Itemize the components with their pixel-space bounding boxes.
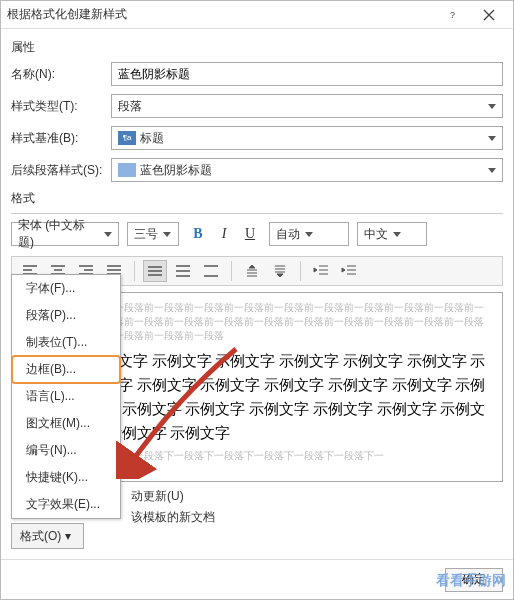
menu-language[interactable]: 语言(L)... — [12, 383, 120, 410]
divider — [11, 213, 503, 214]
language-value: 中文 — [364, 226, 388, 243]
base-label: 样式基准(B): — [11, 130, 111, 147]
style-base-value: 标题 — [140, 130, 164, 147]
style-chip-icon: ¶a — [118, 131, 136, 145]
follow-style-value: 蓝色阴影标题 — [140, 162, 212, 179]
separator — [134, 261, 135, 281]
menu-font[interactable]: 字体(F)... — [12, 275, 120, 302]
type-label: 样式类型(T): — [11, 98, 111, 115]
linespace-2-button[interactable] — [199, 260, 223, 282]
menu-paragraph[interactable]: 段落(P)... — [12, 302, 120, 329]
close-button[interactable] — [471, 3, 507, 27]
row-style-type: 样式类型(T): 段落 — [11, 94, 503, 118]
menu-tabs[interactable]: 制表位(T)... — [12, 329, 120, 356]
menu-numbering[interactable]: 编号(N)... — [12, 437, 120, 464]
space-before-inc-button[interactable] — [240, 260, 264, 282]
menu-shortcut[interactable]: 快捷键(K)... — [12, 464, 120, 491]
chevron-down-icon — [305, 232, 313, 237]
chevron-down-icon — [488, 168, 496, 173]
font-toolbar: 宋体 (中文标题) 三号 B I U 自动 中文 — [11, 222, 503, 246]
font-family-combo[interactable]: 宋体 (中文标题) — [11, 222, 119, 246]
font-family-value: 宋体 (中文标题) — [18, 217, 99, 251]
dialog-create-style: 根据格式化创建新样式 ? 属性 名称(N): 样式类型(T): 段落 样式基准(… — [0, 0, 514, 600]
menu-frame[interactable]: 图文框(M)... — [12, 410, 120, 437]
italic-button[interactable]: I — [213, 223, 235, 245]
bold-button[interactable]: B — [187, 223, 209, 245]
chevron-down-icon — [104, 232, 112, 237]
titlebar: 根据格式化创建新样式 ? — [1, 1, 513, 29]
font-size-value: 三号 — [134, 226, 158, 243]
underline-button[interactable]: U — [239, 223, 261, 245]
font-size-combo[interactable]: 三号 — [127, 222, 179, 246]
language-combo[interactable]: 中文 — [357, 222, 427, 246]
name-label: 名称(N): — [11, 66, 111, 83]
menu-border[interactable]: 边框(B)... — [12, 356, 120, 383]
chevron-down-icon — [393, 232, 401, 237]
follow-style-combo[interactable]: 蓝色阴影标题 — [111, 158, 503, 182]
chevron-down-icon — [488, 136, 496, 141]
row-style-base: 样式基准(B): ¶a 标题 — [11, 126, 503, 150]
row-name: 名称(N): — [11, 62, 503, 86]
separator — [231, 261, 232, 281]
format-dropdown-button[interactable]: 格式(O) ▾ — [11, 523, 84, 549]
linespace-1-button[interactable] — [143, 260, 167, 282]
svg-text:?: ? — [450, 10, 455, 20]
follow-label: 后续段落样式(S): — [11, 162, 111, 179]
indent-dec-button[interactable] — [309, 260, 333, 282]
dialog-title: 根据格式化创建新样式 — [7, 6, 435, 23]
font-color-combo[interactable]: 自动 — [269, 222, 349, 246]
section-properties-label: 属性 — [11, 39, 503, 56]
space-before-dec-button[interactable] — [268, 260, 292, 282]
font-color-value: 自动 — [276, 226, 300, 243]
style-chip-icon — [118, 163, 136, 177]
row-follow-style: 后续段落样式(S): 蓝色阴影标题 — [11, 158, 503, 182]
separator — [300, 261, 301, 281]
section-format-label: 格式 — [11, 190, 503, 207]
chevron-down-icon — [488, 104, 496, 109]
chevron-down-icon — [163, 232, 171, 237]
linespace-1_5-button[interactable] — [171, 260, 195, 282]
indent-inc-button[interactable] — [337, 260, 361, 282]
watermark: 看看手游网 — [436, 572, 506, 590]
format-button-label: 格式(O) — [20, 528, 61, 545]
help-button[interactable]: ? — [435, 3, 471, 27]
menu-text-effects[interactable]: 文字效果(E)... — [12, 491, 120, 518]
name-input[interactable] — [111, 62, 503, 86]
style-base-combo[interactable]: ¶a 标题 — [111, 126, 503, 150]
style-type-value: 段落 — [118, 98, 142, 115]
style-type-combo[interactable]: 段落 — [111, 94, 503, 118]
format-menu: 字体(F)... 段落(P)... 制表位(T)... 边框(B)... 语言(… — [11, 274, 121, 519]
